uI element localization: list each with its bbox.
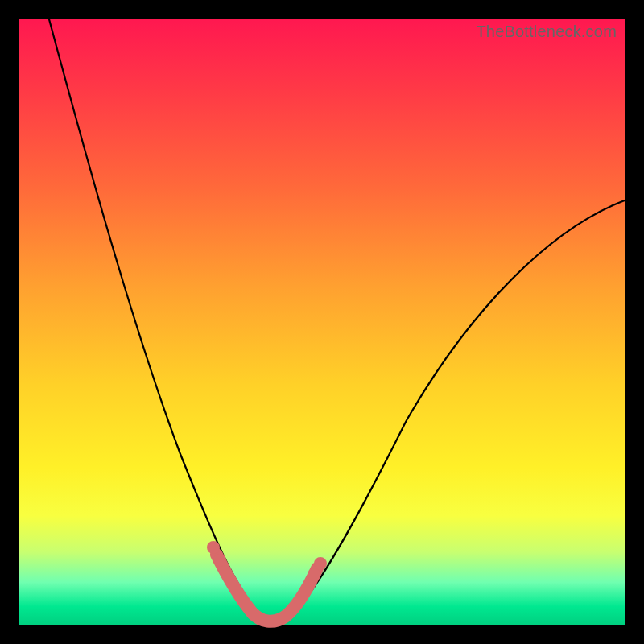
chart-svg: [19, 19, 625, 625]
marker-dot-icon: [207, 541, 220, 554]
plot-area: TheBottleneck.com: [19, 19, 625, 625]
outer-frame: TheBottleneck.com: [0, 0, 644, 644]
optimum-marker-stroke: [217, 555, 317, 621]
marker-dot-icon: [314, 557, 327, 570]
marker-dot-icon: [213, 554, 226, 567]
bottleneck-curve-line: [49, 19, 625, 621]
marker-dot-icon: [308, 568, 320, 581]
